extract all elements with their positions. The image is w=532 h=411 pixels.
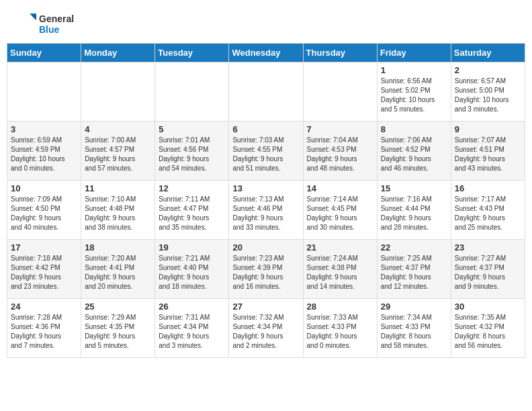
weekday-header-saturday: Saturday: [451, 44, 525, 62]
weekday-header-wednesday: Wednesday: [229, 44, 303, 62]
day-number: 22: [381, 242, 447, 253]
day-number: 21: [307, 242, 373, 253]
calendar-cell-w1-d2: 5Sunrise: 7:01 AM Sunset: 4:56 PM Daylig…: [155, 122, 229, 181]
calendar-cell-w0-d3: [229, 62, 303, 122]
calendar-cell-w1-d4: 7Sunrise: 7:04 AM Sunset: 4:53 PM Daylig…: [303, 122, 377, 181]
calendar-cell-w3-d0: 17Sunrise: 7:18 AM Sunset: 4:42 PM Dayli…: [7, 240, 81, 299]
calendar-cell-w0-d1: [81, 62, 155, 122]
day-number: 4: [85, 124, 151, 134]
day-number: 25: [85, 302, 151, 312]
calendar-wrapper: SundayMondayTuesdayWednesdayThursdayFrid…: [0, 43, 532, 365]
logo-svg: [13, 12, 38, 36]
day-info: Sunrise: 7:18 AM Sunset: 4:42 PM Dayligh…: [11, 254, 77, 291]
day-info: Sunrise: 7:25 AM Sunset: 4:37 PM Dayligh…: [381, 254, 447, 291]
day-number: 29: [381, 302, 447, 312]
day-info: Sunrise: 7:21 AM Sunset: 4:40 PM Dayligh…: [159, 254, 225, 291]
calendar-cell-w4-d6: 30Sunrise: 7:35 AM Sunset: 4:32 PM Dayli…: [451, 299, 525, 358]
day-info: Sunrise: 7:35 AM Sunset: 4:32 PM Dayligh…: [455, 313, 521, 351]
calendar-cell-w3-d2: 19Sunrise: 7:21 AM Sunset: 4:40 PM Dayli…: [155, 240, 229, 299]
day-info: Sunrise: 7:10 AM Sunset: 4:48 PM Dayligh…: [85, 195, 151, 232]
calendar-cell-w1-d0: 3Sunrise: 6:59 AM Sunset: 4:59 PM Daylig…: [7, 122, 81, 181]
day-number: 23: [455, 242, 521, 253]
logo-blue-text: Blue: [39, 24, 74, 35]
calendar-cell-w4-d4: 28Sunrise: 7:33 AM Sunset: 4:33 PM Dayli…: [303, 299, 377, 358]
day-info: Sunrise: 6:56 AM Sunset: 5:02 PM Dayligh…: [381, 77, 447, 114]
calendar-cell-w2-d6: 16Sunrise: 7:17 AM Sunset: 4:43 PM Dayli…: [451, 181, 525, 240]
day-number: 19: [159, 242, 225, 253]
day-number: 13: [232, 183, 299, 193]
day-info: Sunrise: 7:23 AM Sunset: 4:39 PM Dayligh…: [232, 254, 299, 291]
calendar-cell-w3-d6: 23Sunrise: 7:27 AM Sunset: 4:37 PM Dayli…: [451, 240, 525, 299]
day-number: 15: [381, 183, 447, 193]
day-info: Sunrise: 7:01 AM Sunset: 4:56 PM Dayligh…: [159, 136, 225, 173]
day-number: 20: [232, 242, 299, 253]
logo: General Blue: [13, 12, 74, 36]
day-number: 16: [455, 183, 521, 193]
calendar-cell-w0-d4: [303, 62, 377, 122]
day-info: Sunrise: 7:33 AM Sunset: 4:33 PM Dayligh…: [307, 313, 373, 351]
day-number: 14: [307, 183, 373, 193]
calendar-cell-w2-d1: 11Sunrise: 7:10 AM Sunset: 4:48 PM Dayli…: [81, 181, 155, 240]
calendar-table: SundayMondayTuesdayWednesdayThursdayFrid…: [7, 43, 525, 358]
day-info: Sunrise: 7:07 AM Sunset: 4:51 PM Dayligh…: [455, 136, 521, 173]
day-number: 7: [307, 124, 373, 134]
calendar-cell-w2-d3: 13Sunrise: 7:13 AM Sunset: 4:46 PM Dayli…: [229, 181, 303, 240]
calendar-cell-w1-d6: 9Sunrise: 7:07 AM Sunset: 4:51 PM Daylig…: [451, 122, 525, 181]
day-info: Sunrise: 7:28 AM Sunset: 4:36 PM Dayligh…: [11, 313, 77, 351]
day-info: Sunrise: 7:32 AM Sunset: 4:34 PM Dayligh…: [232, 313, 299, 351]
calendar-cell-w1-d5: 8Sunrise: 7:06 AM Sunset: 4:52 PM Daylig…: [377, 122, 451, 181]
calendar-cell-w2-d4: 14Sunrise: 7:14 AM Sunset: 4:45 PM Dayli…: [303, 181, 377, 240]
day-info: Sunrise: 7:11 AM Sunset: 4:47 PM Dayligh…: [159, 195, 225, 232]
weekday-header-sunday: Sunday: [7, 44, 81, 62]
day-info: Sunrise: 7:27 AM Sunset: 4:37 PM Dayligh…: [455, 254, 521, 291]
weekday-header-friday: Friday: [377, 44, 451, 62]
day-number: 12: [159, 183, 225, 193]
calendar-cell-w4-d2: 26Sunrise: 7:31 AM Sunset: 4:34 PM Dayli…: [155, 299, 229, 358]
day-number: 3: [11, 124, 77, 134]
calendar-cell-w3-d5: 22Sunrise: 7:25 AM Sunset: 4:37 PM Dayli…: [377, 240, 451, 299]
day-number: 9: [455, 124, 521, 134]
calendar-cell-w0-d2: [155, 62, 229, 122]
day-info: Sunrise: 7:16 AM Sunset: 4:44 PM Dayligh…: [381, 195, 447, 232]
day-info: Sunrise: 7:24 AM Sunset: 4:38 PM Dayligh…: [307, 254, 373, 291]
day-number: 30: [455, 302, 521, 312]
day-number: 8: [381, 124, 447, 134]
day-number: 6: [232, 124, 299, 134]
calendar-cell-w2-d2: 12Sunrise: 7:11 AM Sunset: 4:47 PM Dayli…: [155, 181, 229, 240]
calendar-cell-w1-d1: 4Sunrise: 7:00 AM Sunset: 4:57 PM Daylig…: [81, 122, 155, 181]
day-number: 17: [11, 242, 77, 253]
weekday-header-monday: Monday: [81, 44, 155, 62]
day-number: 10: [11, 183, 77, 193]
calendar-cell-w2-d5: 15Sunrise: 7:16 AM Sunset: 4:44 PM Dayli…: [377, 181, 451, 240]
calendar-cell-w0-d5: 1Sunrise: 6:56 AM Sunset: 5:02 PM Daylig…: [377, 62, 451, 122]
weekday-header-thursday: Thursday: [303, 44, 377, 62]
day-info: Sunrise: 7:09 AM Sunset: 4:50 PM Dayligh…: [11, 195, 77, 232]
page-header: General Blue: [0, 0, 532, 43]
day-info: Sunrise: 7:14 AM Sunset: 4:45 PM Dayligh…: [307, 195, 373, 232]
day-number: 24: [11, 302, 77, 312]
day-number: 11: [85, 183, 151, 193]
day-info: Sunrise: 7:00 AM Sunset: 4:57 PM Dayligh…: [85, 136, 151, 173]
weekday-header-tuesday: Tuesday: [155, 44, 229, 62]
day-info: Sunrise: 6:57 AM Sunset: 5:00 PM Dayligh…: [455, 77, 521, 114]
day-info: Sunrise: 7:31 AM Sunset: 4:34 PM Dayligh…: [159, 313, 225, 351]
day-info: Sunrise: 7:29 AM Sunset: 4:35 PM Dayligh…: [85, 313, 151, 351]
day-info: Sunrise: 7:13 AM Sunset: 4:46 PM Dayligh…: [232, 195, 299, 232]
calendar-cell-w4-d1: 25Sunrise: 7:29 AM Sunset: 4:35 PM Dayli…: [81, 299, 155, 358]
day-number: 26: [159, 302, 225, 312]
calendar-cell-w1-d3: 6Sunrise: 7:03 AM Sunset: 4:55 PM Daylig…: [229, 122, 303, 181]
calendar-cell-w3-d3: 20Sunrise: 7:23 AM Sunset: 4:39 PM Dayli…: [229, 240, 303, 299]
day-info: Sunrise: 7:06 AM Sunset: 4:52 PM Dayligh…: [381, 136, 447, 173]
calendar-cell-w2-d0: 10Sunrise: 7:09 AM Sunset: 4:50 PM Dayli…: [7, 181, 81, 240]
day-number: 28: [307, 302, 373, 312]
calendar-cell-w0-d6: 2Sunrise: 6:57 AM Sunset: 5:00 PM Daylig…: [451, 62, 525, 122]
day-number: 5: [159, 124, 225, 134]
day-info: Sunrise: 7:17 AM Sunset: 4:43 PM Dayligh…: [455, 195, 521, 232]
calendar-cell-w4-d3: 27Sunrise: 7:32 AM Sunset: 4:34 PM Dayli…: [229, 299, 303, 358]
day-number: 18: [85, 242, 151, 253]
day-info: Sunrise: 7:03 AM Sunset: 4:55 PM Dayligh…: [232, 136, 299, 173]
calendar-cell-w3-d4: 21Sunrise: 7:24 AM Sunset: 4:38 PM Dayli…: [303, 240, 377, 299]
day-info: Sunrise: 6:59 AM Sunset: 4:59 PM Dayligh…: [11, 136, 77, 173]
svg-marker-2: [31, 15, 36, 20]
logo-general-text: General: [39, 13, 74, 24]
